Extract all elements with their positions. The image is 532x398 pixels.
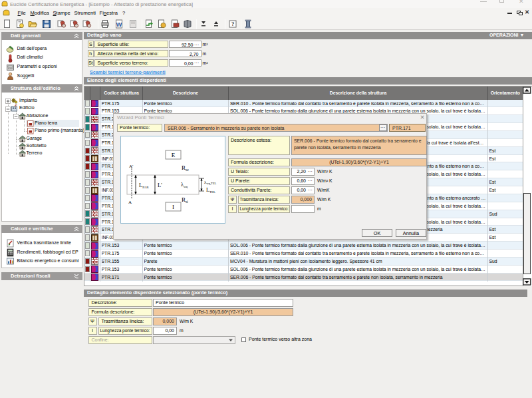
svg-text:I: I (172, 204, 174, 210)
svg-text:?: ? (231, 21, 234, 27)
svg-text:W: W (116, 21, 122, 28)
svg-text:A: A (128, 200, 132, 205)
svg-text:L': L' (158, 182, 162, 188)
svg-text:A': A' (129, 164, 133, 169)
svg-text:E: E (172, 152, 176, 158)
